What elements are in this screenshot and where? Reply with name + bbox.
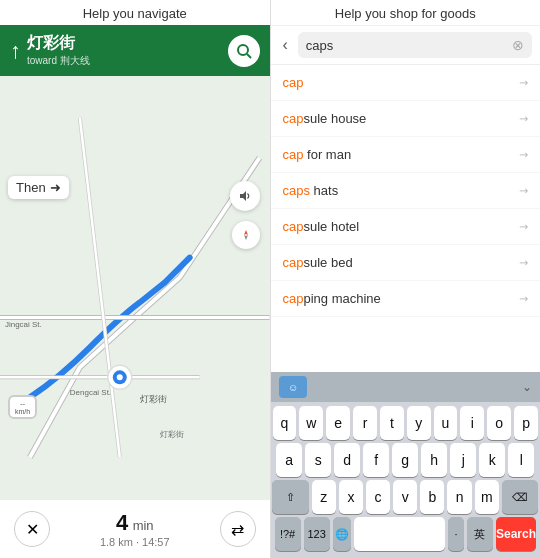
nav-route-button[interactable]: ⇄ [220,511,256,547]
svg-text:灯彩街: 灯彩街 [160,430,184,439]
key-z[interactable]: z [312,480,336,514]
nav-search-button[interactable] [228,35,260,67]
key-t[interactable]: t [380,406,404,440]
suggestion-arrow-icon: ↗ [516,111,532,127]
cancel-icon: ✕ [26,520,39,539]
key-b[interactable]: b [420,480,444,514]
route-icon: ⇄ [231,520,244,539]
nav-header: Help you navigate [0,0,270,25]
speed-unit: km/h [15,408,30,415]
svg-text:Jingcai St.: Jingcai St. [5,320,42,329]
key-x[interactable]: x [339,480,363,514]
svg-line-1 [247,54,251,58]
nav-time-display: 4 min [100,510,170,536]
kb-toolbar-left: ☺ [279,376,307,398]
svg-point-5 [117,374,123,380]
key-f[interactable]: f [363,443,389,477]
suggestion-arrow-icon: ↗ [516,183,532,199]
suggestion-arrow-icon: ↗ [516,147,532,163]
key-o[interactable]: o [487,406,511,440]
suggestion-item[interactable]: cap ↗ [271,65,541,101]
suggestion-arrow-icon: ↗ [516,291,532,307]
nav-time-unit: min [133,518,154,533]
nav-street-name: 灯彩街 [27,33,90,54]
key-h[interactable]: h [421,443,447,477]
svg-marker-12 [244,235,248,240]
key-y[interactable]: y [407,406,431,440]
suggestion-item[interactable]: capsule hotel ↗ [271,209,541,245]
search-input-text: caps [306,38,333,53]
key-u[interactable]: u [434,406,458,440]
keyboard-collapse-button[interactable]: ⌄ [522,380,532,394]
emoji-toolbar-button[interactable]: ☺ [279,376,307,398]
keyboard-toolbar: ☺ ⌄ [271,372,541,402]
key-s[interactable]: s [305,443,331,477]
suggestion-item[interactable]: capsule house ↗ [271,101,541,137]
svg-rect-2 [0,118,270,457]
key-shift[interactable]: ⇧ [272,480,308,514]
keyboard-area: ☺ ⌄ q w e r t y u i o p a [271,372,541,558]
key-e[interactable]: e [326,406,350,440]
suggestion-arrow-icon: ↗ [516,219,532,235]
back-button[interactable]: ‹ [279,32,292,58]
key-n[interactable]: n [447,480,471,514]
svg-point-0 [238,45,248,55]
svg-marker-10 [240,191,246,201]
nav-toward-text: toward 荆大线 [27,54,90,68]
nav-street-info: 灯彩街 toward 荆大线 [27,33,90,68]
suggestions-list: cap ↗ capsule house ↗ cap for man ↗ caps… [271,65,541,372]
svg-text:☺: ☺ [288,382,298,393]
key-search[interactable]: Search [496,517,536,551]
suggestion-item[interactable]: capsule bed ↗ [271,245,541,281]
keyboard-row-2: a s d f g h j k l [273,443,539,477]
key-dot[interactable]: · [448,517,464,551]
map-area[interactable]: 灯彩街 Jingcai St. Dengcai St. 灯彩街 Then ➜ -… [0,76,270,499]
key-space[interactable] [354,517,445,551]
suggestion-arrow-icon: ↗ [516,75,532,91]
key-r[interactable]: r [353,406,377,440]
key-d[interactable]: d [334,443,360,477]
nav-cancel-button[interactable]: ✕ [14,511,50,547]
key-numbers[interactable]: 123 [304,517,330,551]
navigation-panel: Help you navigate ↑ 灯彩街 toward 荆大线 [0,0,270,558]
key-c[interactable]: c [366,480,390,514]
search-clear-button[interactable]: ⊗ [512,37,524,53]
key-q[interactable]: q [273,406,297,440]
suggestion-item[interactable]: caps hats ↗ [271,173,541,209]
nav-dist-time: 1.8 km · 14:57 [100,536,170,548]
suggestion-text: capsule hotel [283,219,360,234]
sound-button[interactable] [230,181,260,211]
then-label: Then [16,180,46,195]
key-g[interactable]: g [392,443,418,477]
suggestion-text: capsule bed [283,255,353,270]
suggestion-arrow-icon: ↗ [516,255,532,271]
key-a[interactable]: a [276,443,302,477]
key-english[interactable]: 英 [467,517,493,551]
key-j[interactable]: j [450,443,476,477]
key-m[interactable]: m [475,480,499,514]
nav-time-value: 4 [116,510,128,535]
svg-marker-11 [244,230,248,235]
nav-up-arrow-icon: ↑ [10,40,21,62]
suggestion-item[interactable]: cap for man ↗ [271,137,541,173]
sound-icon [238,189,252,203]
speed-badge: -- km/h [8,395,37,419]
search-input-wrap[interactable]: caps ⊗ [298,32,532,58]
suggestion-item[interactable]: capping machine ↗ [271,281,541,317]
then-arrow-icon: ➜ [50,180,61,195]
key-p[interactable]: p [514,406,538,440]
key-backspace[interactable]: ⌫ [502,480,538,514]
compass-button[interactable] [232,221,260,249]
suggestion-text: capsule house [283,111,367,126]
key-k[interactable]: k [479,443,505,477]
key-v[interactable]: v [393,480,417,514]
key-i[interactable]: i [460,406,484,440]
key-l[interactable]: l [508,443,534,477]
nav-instruction-left: ↑ 灯彩街 toward 荆大线 [10,33,90,68]
key-symbols[interactable]: !?# [275,517,301,551]
search-icon [236,43,252,59]
key-w[interactable]: w [299,406,323,440]
svg-text:灯彩街: 灯彩街 [140,394,167,404]
suggestion-text: caps hats [283,183,339,198]
key-emoji[interactable]: 🌐 [333,517,351,551]
